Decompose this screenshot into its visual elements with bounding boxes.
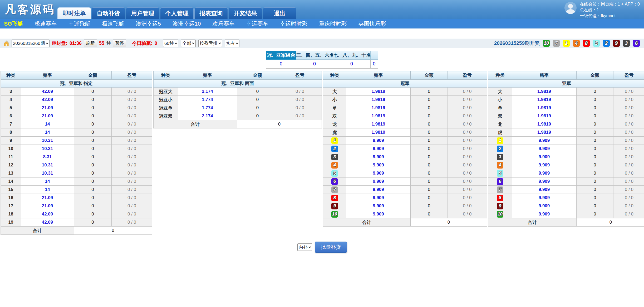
profit-loss-cell: 0 / 0: [278, 112, 322, 120]
odds-cell[interactable]: 1.9819: [512, 88, 577, 96]
odds-cell[interactable]: 21.09: [21, 194, 74, 202]
odds-cell[interactable]: 9.909: [512, 161, 577, 169]
odds-cell[interactable]: 1.9819: [512, 120, 577, 128]
bet-type-cell: 冠亚双: [154, 112, 178, 120]
lottery-nav-item[interactable]: 英国快乐彩: [358, 20, 386, 27]
lottery-nav-item[interactable]: 澳洲幸运10: [173, 20, 201, 27]
odds-cell[interactable]: 9.909: [346, 169, 411, 178]
odds-cell[interactable]: 14: [21, 120, 74, 128]
odds-cell[interactable]: 1.9819: [512, 96, 577, 104]
odds-cell[interactable]: 1.9819: [346, 88, 411, 96]
odds-cell[interactable]: 9.909: [346, 153, 411, 161]
odds-cell[interactable]: 9.909: [346, 178, 411, 186]
summary-tab[interactable]: 冠、亚军组合: [266, 51, 296, 60]
profit-loss-cell: 0 / 0: [448, 178, 487, 186]
summary-tab[interactable]: [371, 51, 378, 60]
lottery-nav-item[interactable]: 幸运赛车: [246, 20, 268, 27]
main-nav-tab[interactable]: 个人管理: [160, 7, 194, 19]
odds-cell[interactable]: 10.31: [21, 145, 74, 153]
lottery-nav-item[interactable]: 澳洲幸运5: [136, 20, 161, 27]
bet-type-cell: 9: [323, 202, 346, 210]
odds-cell[interactable]: 9.909: [346, 210, 411, 218]
odds-cell[interactable]: 1.9819: [346, 104, 411, 112]
odds-cell[interactable]: 9.909: [512, 153, 577, 161]
odds-cell[interactable]: 14: [21, 186, 74, 194]
number-ball: 5: [331, 170, 338, 177]
odds-cell[interactable]: 42.09: [21, 96, 74, 104]
main-nav-tab[interactable]: 报表查询: [194, 7, 228, 19]
odds-cell[interactable]: 9.909: [512, 169, 577, 178]
summary-tab[interactable]: 三、四、五、六名: [296, 51, 333, 60]
number-ball: 1: [331, 137, 338, 144]
odds-cell[interactable]: 9.909: [512, 186, 577, 194]
odds-cell[interactable]: 9.909: [346, 202, 411, 210]
lottery-nav: SG飞艇极速赛车幸運飛艇极速飞艇澳洲幸运5澳洲幸运10欢乐赛车幸运赛车幸运时时彩…: [0, 19, 644, 28]
odds-cell[interactable]: 42.09: [21, 218, 74, 227]
odds-cell[interactable]: 1.774: [178, 96, 237, 104]
refresh-button[interactable]: 刷新: [84, 40, 97, 47]
main-nav-tab[interactable]: 开奖结果: [229, 7, 262, 19]
odds-cell[interactable]: 1.9819: [346, 128, 411, 137]
lottery-nav-item[interactable]: SG飞艇: [4, 20, 23, 27]
odds-cell[interactable]: 2.174: [178, 112, 237, 120]
lottery-nav-item[interactable]: 极速飞艇: [102, 20, 124, 27]
filter-select[interactable]: 60秒: [163, 40, 178, 47]
period-select[interactable]: 20260315260期: [12, 40, 50, 47]
odds-cell[interactable]: 10.31: [21, 169, 74, 178]
odds-cell[interactable]: 1.9819: [346, 96, 411, 104]
odds-cell[interactable]: 1.9819: [512, 112, 577, 120]
total-row: 合计0: [1, 227, 152, 235]
odds-cell[interactable]: 42.09: [21, 88, 74, 96]
odds-cell[interactable]: 21.09: [21, 202, 74, 210]
odds-cell[interactable]: 9.909: [346, 145, 411, 153]
main-nav-tab[interactable]: 退出: [263, 7, 296, 19]
odds-cell[interactable]: 9.909: [346, 137, 411, 145]
filter-select[interactable]: 实占: [225, 40, 239, 47]
odds-cell[interactable]: 2.174: [178, 88, 237, 96]
odds-cell[interactable]: 42.09: [21, 210, 74, 218]
lottery-nav-item[interactable]: 幸運飛艇: [68, 20, 90, 27]
odds-cell[interactable]: 1.9819: [512, 104, 577, 112]
home-icon[interactable]: [3, 40, 9, 46]
summary-tab[interactable]: 七、八、九、十名: [333, 51, 371, 60]
odds-cell[interactable]: 9.909: [346, 186, 411, 194]
main-nav-tab[interactable]: 即时注单: [57, 7, 91, 19]
odds-cell[interactable]: 9.909: [346, 194, 411, 202]
odds-cell[interactable]: 9.909: [512, 137, 577, 145]
odds-cell[interactable]: 21.09: [21, 112, 74, 120]
lottery-nav-item[interactable]: 幸运时时彩: [280, 20, 307, 27]
odds-cell[interactable]: 9.909: [512, 178, 577, 186]
odds-cell[interactable]: 10.31: [21, 137, 74, 145]
odds-cell[interactable]: 1.9819: [346, 112, 411, 120]
lottery-nav-item[interactable]: 欢乐赛车: [212, 20, 234, 27]
odds-cell[interactable]: 9.909: [512, 210, 577, 218]
lottery-nav-item[interactable]: 重庆时时彩: [319, 20, 347, 27]
amount-cell: 0: [74, 161, 112, 169]
bet-type-cell: 18: [1, 210, 21, 218]
odds-cell[interactable]: 10.31: [21, 161, 74, 169]
filter-select[interactable]: 按盈亏排: [198, 40, 222, 47]
bet-type-cell: 1: [488, 137, 512, 145]
profit-loss-cell: 0 / 0: [613, 153, 644, 161]
odds-cell[interactable]: 9.909: [512, 202, 577, 210]
profit-loss-cell: 0 / 0: [613, 145, 644, 153]
odds-cell[interactable]: 9.909: [346, 161, 411, 169]
batch-supply-button[interactable]: 批量补货: [315, 242, 347, 253]
odds-cell[interactable]: 1.774: [178, 104, 237, 112]
odds-cell[interactable]: 8.31: [21, 153, 74, 161]
profit-loss-cell: 0 / 0: [613, 120, 644, 128]
odds-cell[interactable]: 14: [21, 128, 74, 137]
odds-cell[interactable]: 21.09: [21, 104, 74, 112]
odds-cell[interactable]: 14: [21, 178, 74, 186]
odds-cell[interactable]: 1.9819: [512, 128, 577, 137]
agent-name: 一级代理：fkymnet: [580, 13, 640, 19]
lottery-nav-item[interactable]: 极速赛车: [35, 20, 57, 27]
pause-button[interactable]: 暂停: [113, 40, 126, 47]
main-nav-tab[interactable]: 用户管理: [126, 7, 159, 19]
filter-select[interactable]: 全部: [181, 40, 196, 47]
supply-mode-select[interactable]: 内补: [297, 243, 312, 251]
main-nav-tab[interactable]: 自动补货: [92, 7, 125, 19]
odds-cell[interactable]: 1.9819: [346, 120, 411, 128]
odds-cell[interactable]: 9.909: [512, 194, 577, 202]
odds-cell[interactable]: 9.909: [512, 145, 577, 153]
